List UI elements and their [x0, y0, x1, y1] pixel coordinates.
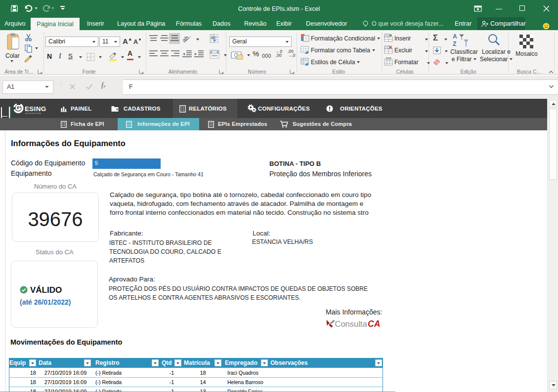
svg-text:Z: Z	[453, 40, 456, 47]
svg-text:ab: ab	[183, 34, 190, 43]
svg-text:A: A	[453, 33, 457, 40]
svg-text:Consulta: Consulta	[335, 319, 368, 328]
svg-text:CA: CA	[368, 319, 380, 329]
